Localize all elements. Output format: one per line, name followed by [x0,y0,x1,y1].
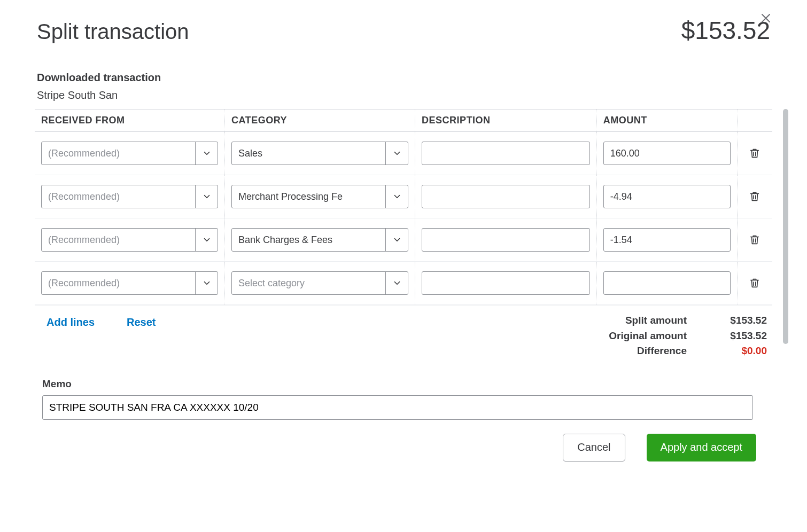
original-amount-value: $153.52 [708,328,767,344]
category-input[interactable] [232,142,385,165]
category-combo[interactable] [231,271,408,295]
col-header-description: DESCRIPTION [415,109,597,132]
received-from-combo[interactable] [41,185,218,208]
chevron-down-icon[interactable] [195,272,218,294]
dialog-header: Split transaction $153.52 [35,16,772,45]
chevron-down-icon[interactable] [385,229,408,251]
dialog-footer: Cancel Apply and accept [35,420,772,478]
trash-icon [749,234,761,246]
delete-row-button[interactable] [744,191,766,202]
category-input[interactable] [232,272,385,294]
split-transaction-dialog: Split transaction $153.52 Downloaded tra… [35,0,772,478]
description-input[interactable] [422,271,590,295]
trash-icon [749,147,761,159]
description-input[interactable] [422,142,590,165]
downloaded-transaction-merchant: Stripe South San [37,89,772,101]
description-input[interactable] [422,228,590,252]
split-table-wrap: RECEIVED FROM CATEGORY DESCRIPTION AMOUN… [35,109,772,305]
original-amount-label: Original amount [516,328,708,344]
delete-row-button[interactable] [744,147,766,159]
category-combo[interactable] [231,142,408,165]
amount-input[interactable] [603,228,731,252]
category-input[interactable] [232,185,385,208]
col-header-amount: AMOUNT [596,109,737,132]
downloaded-transaction-label: Downloaded transaction [37,72,772,84]
close-button[interactable] [759,12,772,25]
received-from-combo[interactable] [41,271,218,295]
difference-value: $0.00 [708,343,767,359]
col-header-category: CATEGORY [225,109,415,132]
transaction-total: $153.52 [681,16,770,45]
chevron-down-icon[interactable] [385,272,408,294]
amount-input[interactable] [603,142,731,165]
delete-row-button[interactable] [744,277,766,289]
table-row [35,175,772,218]
table-row [35,262,772,305]
page-title: Split transaction [37,20,189,44]
chevron-down-icon[interactable] [385,142,408,165]
trash-icon [749,277,761,289]
category-combo[interactable] [231,228,408,252]
category-input[interactable] [232,229,385,251]
reset-link[interactable]: Reset [127,316,156,359]
col-header-received-from: RECEIVED FROM [35,109,225,132]
chevron-down-icon[interactable] [195,142,218,165]
totals-block: Split amount $153.52 Original amount $15… [516,313,772,359]
table-row [35,218,772,262]
add-lines-link[interactable]: Add lines [46,316,95,359]
description-input[interactable] [422,185,590,208]
scrollbar-thumb[interactable] [783,109,788,344]
difference-label: Difference [516,343,708,359]
memo-label: Memo [42,378,772,390]
memo-input[interactable] [42,395,753,420]
chevron-down-icon[interactable] [385,185,408,208]
table-row [35,132,772,175]
received-from-input[interactable] [42,272,195,294]
apply-and-accept-button[interactable]: Apply and accept [647,434,756,461]
chevron-down-icon[interactable] [195,229,218,251]
below-table-row: Add lines Reset Split amount $153.52 Ori… [35,305,772,359]
chevron-down-icon[interactable] [195,185,218,208]
received-from-input[interactable] [42,229,195,251]
split-table: RECEIVED FROM CATEGORY DESCRIPTION AMOUN… [35,109,772,305]
col-header-actions [737,109,772,132]
amount-input[interactable] [603,271,731,295]
cancel-button[interactable]: Cancel [563,434,625,461]
split-amount-label: Split amount [516,313,708,328]
category-combo[interactable] [231,185,408,208]
trash-icon [749,191,761,202]
amount-input[interactable] [603,185,731,208]
received-from-input[interactable] [42,185,195,208]
received-from-combo[interactable] [41,228,218,252]
scrollbar[interactable] [783,109,788,355]
delete-row-button[interactable] [744,234,766,246]
received-from-combo[interactable] [41,142,218,165]
received-from-input[interactable] [42,142,195,165]
split-amount-value: $153.52 [708,313,767,328]
close-icon [759,12,772,25]
